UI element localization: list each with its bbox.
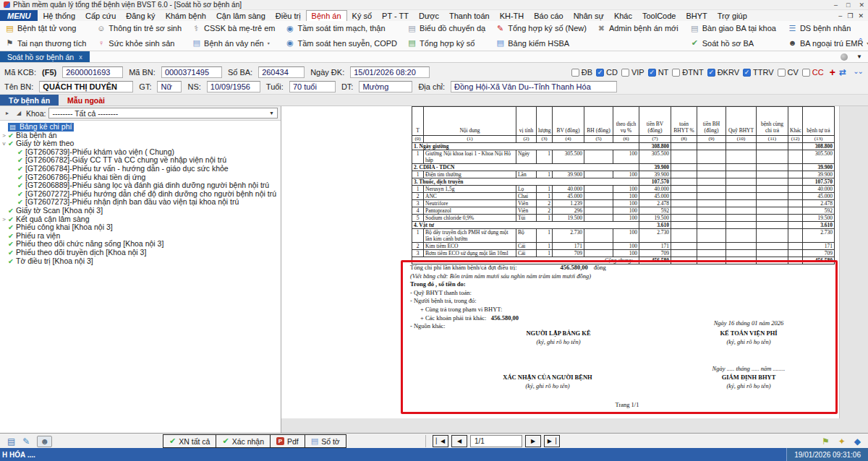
menu-item--i-u-tr-[interactable]: Điều trị xyxy=(271,10,306,21)
user-icon[interactable]: ☻ xyxy=(37,436,52,447)
toolbar-button-injury[interactable]: ⚑Tai nạn thương tích xyxy=(1,36,93,51)
subtab-t-b-nh-n[interactable]: Tờ bệnh án xyxy=(0,95,59,105)
menu-item--ng-k-[interactable]: Đăng ký xyxy=(121,10,160,21)
checkbox-cc[interactable] xyxy=(802,69,810,77)
checkbox-đb[interactable] xyxy=(571,69,579,77)
menu-item-kh-m-b-nh[interactable]: Khám bệnh xyxy=(161,10,211,21)
toolbar-button-admin-new-record[interactable]: ✖Admin bệnh án mới xyxy=(593,21,685,36)
expander-icon[interactable]: > xyxy=(0,132,8,140)
next-page-button[interactable]: ▶ xyxy=(525,435,541,447)
toolbar-button-psoriasis-record[interactable]: ▤Bệnh án vảy nến▾ xyxy=(188,36,281,51)
menu-item-b-o-c-o[interactable]: Báo cáo xyxy=(529,10,568,21)
copy-pages-icon[interactable]: ▤ xyxy=(7,436,15,447)
chevron-down-icon[interactable]: ▼ xyxy=(856,53,862,60)
mdi-close-button[interactable]: ✕ xyxy=(858,12,864,20)
first-page-button[interactable]: ▏◀ xyxy=(433,435,448,447)
menu-item-menu[interactable]: MENU xyxy=(0,10,38,21)
kite-icon[interactable]: ◆ xyxy=(854,436,861,447)
menu-item-h-th-ng[interactable]: Hệ thống xyxy=(38,10,80,21)
menu-item-kh-th[interactable]: KH-TH xyxy=(495,10,529,21)
menu-item-thanh-to-n[interactable]: Thanh toán xyxy=(444,10,495,21)
menu-item-bhyt[interactable]: BHYT xyxy=(681,10,712,21)
menu-item-c-p-c-u[interactable]: Cấp cứu xyxy=(80,10,121,21)
tree-item[interactable]: ✔[GT2606889]-Phiếu sàng lọc và đánh giá … xyxy=(0,181,281,190)
checkbox-đtnt[interactable] xyxy=(672,69,680,77)
checkbox-cd[interactable]: ✓ xyxy=(596,69,604,77)
menu-item-d-c[interactable]: Dược xyxy=(414,10,444,21)
maximize-button[interactable]: □ xyxy=(846,1,850,9)
field-value-ns[interactable]: 10/09/1956 xyxy=(207,81,260,92)
menu-item-nh-n-s-[interactable]: Nhân sự xyxy=(569,10,609,21)
menu-item-k-s-[interactable]: Ký số xyxy=(347,10,378,21)
field-value-dt[interactable]: Mường xyxy=(359,81,412,92)
tree-item[interactable]: ✔Phiếu công khai [Khoa nội 3] xyxy=(0,223,281,232)
checkbox-đkrv[interactable]: ✓ xyxy=(707,69,715,77)
field-value-ach[interactable]: Đồng Hội-Xã Vân Du--Tỉnh Thanh Hóa xyxy=(451,81,617,92)
mdi-minimize-button[interactable]: – xyxy=(838,12,842,20)
tree-item[interactable]: ▤Bảng kê chi phí xyxy=(0,123,281,132)
toolbar-button-hsba-checklist[interactable]: ▤Bảng kiểm HSBA xyxy=(492,36,593,51)
page-number-field[interactable]: 1/1 xyxy=(470,435,522,447)
menu-item-kh-c[interactable]: Khác xyxy=(609,10,637,21)
toolbar-button-labor-chart[interactable]: ▤Biểu đồ chuyển dạ xyxy=(404,21,492,36)
toolbar-button-digital-sign-new[interactable]: ✎Tổng hợp ký số (New) xyxy=(492,21,593,36)
refresh-icon[interactable]: ⇄ xyxy=(839,67,846,77)
field-value-sba[interactable]: 260434 xyxy=(258,66,305,78)
menu-item-tr-gi-p[interactable]: Trợ giúp xyxy=(712,10,752,21)
preview-pane[interactable]: TNội dungvị tínhlượngBV (đồng)BH (đồng)t… xyxy=(281,106,868,433)
tree-item[interactable]: ✔Tờ điều trị [Khoa nội 3] xyxy=(0,257,281,266)
menu-item-toolcode[interactable]: ToolCode xyxy=(637,10,681,21)
toolbar-button-newborn-info[interactable]: ☺Thông tin trẻ sơ sinh xyxy=(93,21,188,36)
subtab-m-u-ngo-i[interactable]: Mẫu ngoài xyxy=(59,95,114,105)
toolbar-button-asthma-screening[interactable]: ◉Tầm soát hen suyễn, COPD xyxy=(282,36,404,51)
checkbox-vip[interactable] xyxy=(621,69,629,77)
tab-close-icon[interactable]: x xyxy=(79,53,82,61)
toolbar-button-handover-record[interactable]: ▤Bàn giao BA tại khoa xyxy=(686,21,783,36)
tab-soat-ho-so-benh-an[interactable]: Soát hồ sơ bệnh án x xyxy=(0,51,90,62)
toolbar-button-cardio-screening[interactable]: ◉Tầm soát tim mạch, thận xyxy=(282,21,404,36)
toolbar-button-reproductive-health[interactable]: ♀Sức khỏe sinh sản xyxy=(93,36,188,51)
stamp-icon[interactable]: ⚑ xyxy=(822,436,830,447)
tree-item[interactable]: ✔Phiếu theo dõi truyền dịch [Khoa nội 3] xyxy=(0,249,281,257)
tree-item[interactable]: ✔[GT2606784]-Phiếu tư vấn - hướng dẫn - … xyxy=(0,165,281,173)
sign-pen-icon[interactable]: ✎ xyxy=(22,436,30,447)
close-button[interactable]: ✕ xyxy=(859,1,864,9)
checkbox-nt[interactable]: ✓ xyxy=(648,69,656,77)
last-page-button[interactable]: ▶▕ xyxy=(544,435,560,447)
checkbox-cv[interactable] xyxy=(778,69,786,77)
toolbar-button-review-record[interactable]: ✔Soát hồ sơ BA xyxy=(686,36,783,51)
confirm-all-button[interactable]: ✔XN tất cả xyxy=(163,434,216,448)
field-value-ngyk[interactable]: 15/01/2026 08:20 xyxy=(350,66,430,78)
sheet-count-button[interactable]: ▤Số tờ xyxy=(305,434,346,448)
tree-item[interactable]: ✔Giấy tờ Scan [Khoa nội 3] xyxy=(0,207,281,215)
toolbar-button-outpatient-emr[interactable]: ☻BA ngoại trú EMR▾ xyxy=(784,36,868,51)
expander-icon[interactable]: v xyxy=(0,139,8,148)
minimize-button[interactable]: – xyxy=(834,1,838,9)
toolbar-button-patient-list[interactable]: ☰DS bệnh nhân xyxy=(784,21,868,36)
menu-item-b-nh-n[interactable]: Bệnh án xyxy=(306,10,347,21)
expander-icon[interactable]: > xyxy=(0,215,8,224)
toolbar-collapse-icon[interactable]: ⌃ xyxy=(858,37,864,45)
chevron-down-icon[interactable]: ▾ xyxy=(268,40,270,46)
globe-icon[interactable] xyxy=(841,53,848,61)
menu-item-pt-tt[interactable]: PT - TT xyxy=(377,10,414,21)
field-value-mkcb[interactable]: 2600001693 xyxy=(62,66,123,78)
checkbox-ttrv[interactable]: ✓ xyxy=(743,69,751,77)
double-chevron-icon[interactable]: ⌄⌄ xyxy=(853,67,862,75)
field-value-gt[interactable]: Nữ xyxy=(157,81,182,92)
confirm-button[interactable]: ✔Xác nhận xyxy=(216,434,271,448)
field-value-mbn[interactable]: 0000371495 xyxy=(161,66,222,78)
collapse-panel-icon[interactable]: ▸ xyxy=(3,108,12,119)
prev-page-button[interactable]: ◀ xyxy=(451,435,467,447)
field-value-tui[interactable]: 70 tuổi xyxy=(289,81,336,92)
toolbar-button-digital-sign-summary[interactable]: ▤Tổng hợp ký số xyxy=(404,36,492,51)
mdi-restore-button[interactable]: ❐ xyxy=(847,12,853,20)
resize-handle-icon[interactable]: ◢ xyxy=(14,108,23,119)
menu-item-c-n-l-m-s-ng[interactable]: Cận lâm sàng xyxy=(211,10,271,21)
pdf-button[interactable]: PPdf xyxy=(270,434,305,448)
khoa-select[interactable]: -------- Tất cả -------- ▼ xyxy=(48,108,278,119)
field-value-tnbn[interactable]: QUÁCH THỊ DUYÊN xyxy=(39,81,133,92)
add-icon[interactable]: + xyxy=(830,66,835,78)
toolbar-button-mother-child-care[interactable]: ⚕CSSK bà mẹ-trẻ em xyxy=(188,21,281,36)
toolbar-button-death-report[interactable]: ▤Bệnh tật tử vong xyxy=(1,21,93,36)
